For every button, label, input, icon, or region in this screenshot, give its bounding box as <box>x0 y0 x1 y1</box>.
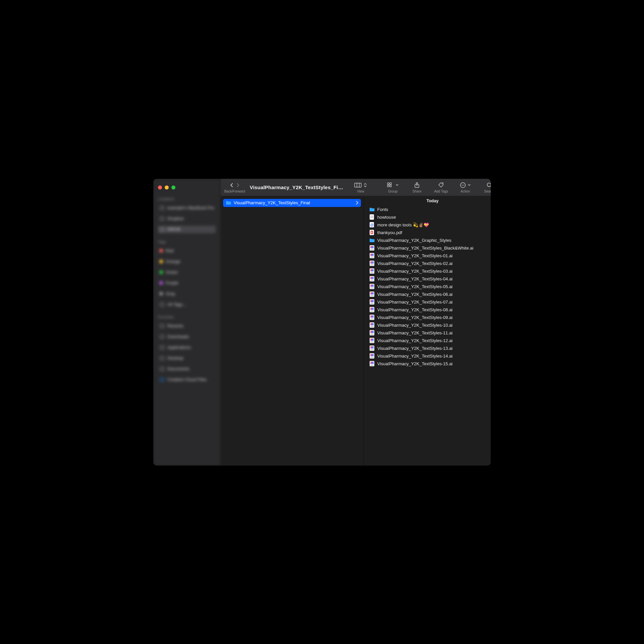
illustrator-file-icon <box>369 284 375 289</box>
chevron-right-icon <box>236 182 240 188</box>
file-row[interactable]: VisualPharmacy_Y2K_TextStyles-11.ai <box>368 329 491 337</box>
sidebar-heading: Favorites <box>158 315 216 319</box>
file-list: Fontshowtouse@more design tools 💫✌🏽💝than… <box>364 206 491 368</box>
sidebar-item[interactable]: Orange <box>158 258 216 265</box>
column-2: Today Fontshowtouse@more design tools 💫✌… <box>364 196 491 466</box>
file-row[interactable]: VisualPharmacy_Y2K_TextStyles-01.ai <box>368 252 491 260</box>
file-row[interactable]: VisualPharmacy_Y2K_TextStyles-10.ai <box>368 321 491 329</box>
share-button[interactable]: Share <box>409 181 425 193</box>
tag-icon <box>438 182 444 188</box>
svg-rect-0 <box>160 206 164 210</box>
file-row[interactable]: VisualPharmacy_Y2K_TextStyles-06.ai <box>368 290 491 298</box>
svg-rect-8 <box>160 367 164 371</box>
sidebar: Locationsexample's MacBook ProDropboxDRI… <box>153 179 220 466</box>
file-row[interactable]: VisualPharmacy_Y2K_TextStyles-05.ai <box>368 283 491 290</box>
file-row[interactable]: VisualPharmacy_Y2K_TextStyles-07.ai <box>368 298 491 306</box>
tag-dot-icon <box>159 270 163 274</box>
action-label: Action <box>461 190 470 193</box>
tag-dot-icon <box>159 292 163 296</box>
sidebar-item-label: Desktop <box>167 356 183 361</box>
svg-rect-15 <box>387 185 389 187</box>
sidebar-item[interactable]: Documents <box>158 365 216 373</box>
file-row[interactable]: VisualPharmacy_Y2K_TextStyles-09.ai <box>368 314 491 321</box>
svg-rect-5 <box>160 335 164 338</box>
sidebar-item[interactable]: Recents <box>158 322 216 330</box>
tags-button[interactable]: Add Tags <box>433 181 449 193</box>
date-group-header: Today <box>364 196 491 206</box>
tag-dot-icon <box>159 281 163 285</box>
file-row[interactable]: VisualPharmacy_Y2K_TextStyles-14.ai <box>368 352 491 360</box>
nav-label: Back/Forward <box>224 190 245 193</box>
ellipsis-circle-icon <box>460 182 466 188</box>
action-button[interactable]: Action <box>457 181 473 193</box>
sidebar-item[interactable]: DRIVE <box>158 226 216 233</box>
nav-back-forward[interactable]: Back/Forward <box>224 181 245 193</box>
folder-icon <box>369 237 375 243</box>
file-name: VisualPharmacy_Y2K_TextStyles-09.ai <box>377 315 453 320</box>
svg-point-22 <box>464 185 464 185</box>
file-name: VisualPharmacy_Y2K_TextStyles-07.ai <box>377 300 453 305</box>
sidebar-item-label: Dropbox <box>167 216 184 221</box>
sidebar-item[interactable]: Creative Cloud Files <box>158 376 216 383</box>
svg-rect-3 <box>160 303 164 306</box>
file-name: VisualPharmacy_Y2K_TextStyles-15.ai <box>377 361 453 366</box>
file-row[interactable]: VisualPharmacy_Y2K_TextStyles-03.ai <box>368 267 491 275</box>
folder-selected-row[interactable]: VisualPharmacy_Y2K_TextStyles_Final <box>223 199 361 207</box>
svg-rect-6 <box>160 346 164 349</box>
file-name: VisualPharmacy_Y2K_TextStyles-05.ai <box>377 284 453 289</box>
sidebar-item[interactable]: All Tags… <box>158 301 216 308</box>
sidebar-item[interactable]: Green <box>158 269 216 276</box>
file-row[interactable]: VisualPharmacy_Y2K_TextStyles-12.ai <box>368 337 491 344</box>
minimize-button[interactable] <box>165 185 169 190</box>
sidebar-item[interactable]: Purple <box>158 279 216 287</box>
file-row[interactable]: @more design tools 💫✌🏽💝 <box>368 221 491 229</box>
illustrator-file-icon <box>369 361 375 366</box>
chevron-right-icon <box>356 201 358 205</box>
illustrator-file-icon <box>369 261 375 266</box>
file-row[interactable]: VisualPharmacy_Y2K_Graphic_Styles <box>368 236 491 244</box>
illustrator-file-icon <box>369 322 375 328</box>
svg-rect-1 <box>160 217 164 220</box>
illustrator-file-icon <box>369 345 375 351</box>
sidebar-item[interactable]: example's MacBook Pro <box>158 204 216 212</box>
sidebar-item[interactable]: Red <box>158 247 216 255</box>
main-area: Back/Forward VisualPharmacy_Y2K_TextStyl… <box>220 179 491 466</box>
close-button[interactable] <box>158 185 162 190</box>
search-button[interactable]: Search <box>481 181 491 193</box>
disk-icon <box>159 227 165 232</box>
sidebar-item[interactable]: Downloads <box>158 333 216 340</box>
file-row[interactable]: VisualPharmacy_Y2K_TextStyles-08.ai <box>368 306 491 314</box>
file-row[interactable]: VisualPharmacy_Y2K_TextStyles-15.ai <box>368 360 491 368</box>
svg-point-23 <box>487 183 491 186</box>
illustrator-file-icon <box>369 330 375 335</box>
file-row[interactable]: VisualPharmacy_Y2K_TextStyles_Black&Whit… <box>368 244 491 252</box>
file-row[interactable]: VisualPharmacy_Y2K_TextStyles-02.ai <box>368 260 491 267</box>
svg-rect-7 <box>160 357 164 360</box>
app-icon <box>159 345 165 350</box>
file-row[interactable]: howtouse <box>368 213 491 221</box>
window-controls <box>158 185 175 190</box>
file-row[interactable]: VisualPharmacy_Y2K_TextStyles-04.ai <box>368 275 491 283</box>
sidebar-item[interactable]: Desktop <box>158 355 216 362</box>
svg-point-20 <box>462 185 462 185</box>
svg-line-24 <box>490 186 491 187</box>
file-name: VisualPharmacy_Y2K_TextStyles-03.ai <box>377 269 453 274</box>
file-row[interactable]: Fonts <box>368 206 491 213</box>
window-title: VisualPharmacy_Y2K_TextStyles_Fi… <box>250 184 343 190</box>
illustrator-file-icon <box>369 291 375 297</box>
sidebar-item[interactable]: Applications <box>158 344 216 351</box>
sidebar-item-label: Red <box>166 248 174 253</box>
illustrator-file-icon <box>369 307 375 312</box>
finder-window: Locationsexample's MacBook ProDropboxDRI… <box>153 179 491 466</box>
sidebar-item[interactable]: Dropbox <box>158 215 216 222</box>
view-mode[interactable]: View <box>353 181 369 193</box>
sidebar-item-label: Orange <box>166 259 180 264</box>
file-row[interactable]: VisualPharmacy_Y2K_TextStyles-13.ai <box>368 344 491 352</box>
file-row[interactable]: thankyou.pdf <box>368 229 491 236</box>
sidebar-item[interactable]: Gray <box>158 290 216 298</box>
tag-icon <box>159 302 165 307</box>
zoom-button[interactable] <box>171 185 175 190</box>
illustrator-file-icon <box>369 315 375 320</box>
tag-dot-icon <box>159 260 163 263</box>
group-button[interactable]: Group <box>385 181 401 193</box>
